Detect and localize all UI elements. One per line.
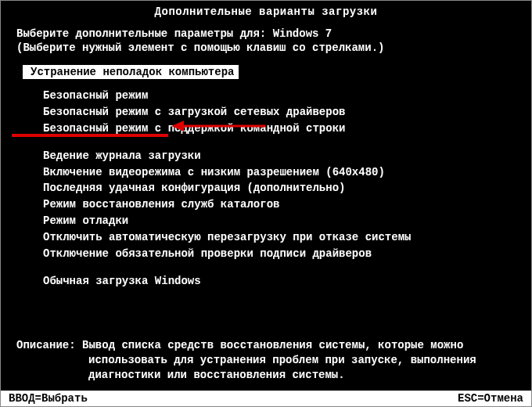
option-ds-restore-mode[interactable]: Режим восстановления служб каталогов — [43, 197, 516, 212]
description-block: Описание: Вывод списка средств восстанов… — [1, 338, 531, 383]
option-repair-computer[interactable]: Устранение неполадок компьютера — [23, 65, 239, 79]
option-start-normally[interactable]: Обычная загрузка Windows — [43, 274, 516, 289]
options-list: Безопасный режим Безопасный режим с загр… — [16, 88, 516, 289]
description-line-3: диагностики или восстановления системы. — [16, 368, 516, 383]
option-last-known-good[interactable]: Последняя удачная конфигурация (дополнит… — [43, 181, 516, 196]
description-line-1: Вывод списка средств восстановления сист… — [82, 339, 463, 351]
boot-options-screen: Дополнительные варианты загрузки Выберит… — [0, 0, 532, 407]
footer-esc-hint: ESC=Отмена — [458, 392, 523, 405]
footer-bar: ВВОД=Выбрать ESC=Отмена — [1, 391, 531, 406]
description-line-2: использовать для устранения проблем при … — [16, 353, 516, 368]
option-boot-logging[interactable]: Ведение журнала загрузки — [43, 149, 516, 164]
option-safe-mode-networking[interactable]: Безопасный режим с загрузкой сетевых дра… — [43, 105, 516, 120]
page-title: Дополнительные варианты загрузки — [1, 1, 531, 21]
description-label: Описание: — [16, 339, 76, 351]
option-disable-driver-signature[interactable]: Отключение обязательной проверки подписи… — [43, 247, 516, 261]
prompt-text: Выберите дополнительные параметры для: W… — [16, 27, 516, 40]
option-debug-mode[interactable]: Режим отладки — [43, 214, 516, 229]
hint-text: (Выберите нужный элемент с помощью клави… — [16, 41, 516, 54]
option-safe-mode[interactable]: Безопасный режим — [43, 88, 516, 103]
annotation-underline — [12, 134, 168, 137]
option-disable-auto-restart[interactable]: Отключить автоматическую перезагрузку пр… — [43, 230, 516, 245]
footer-enter-hint: ВВОД=Выбрать — [9, 392, 88, 405]
option-low-res-video[interactable]: Включение видеорежима с низким разрешени… — [43, 165, 516, 180]
content-area: Выберите дополнительные параметры для: W… — [1, 21, 531, 289]
